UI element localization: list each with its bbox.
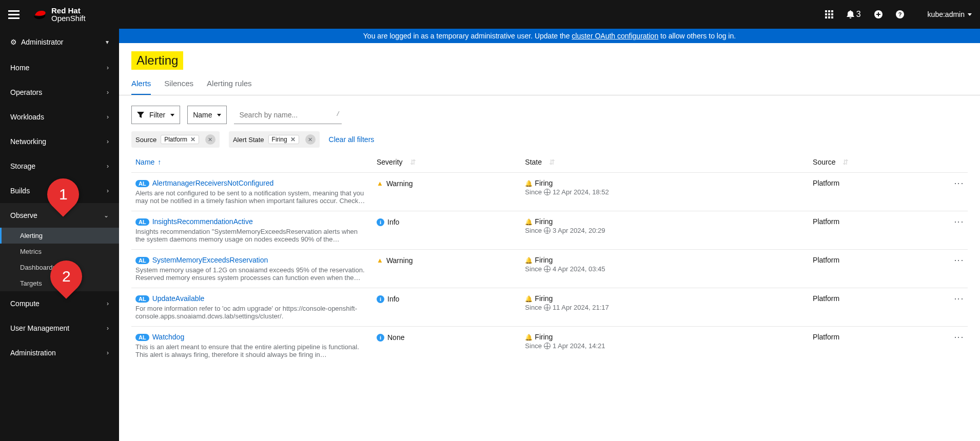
nav-item-user-management[interactable]: User Management› [0, 316, 119, 340]
alert-name-link[interactable]: AlertmanagerReceiversNotConfigured [152, 179, 274, 187]
table-row: ALInsightsRecommendationActiveInsights r… [131, 211, 968, 250]
alert-name-link[interactable]: Watchdog [152, 333, 185, 341]
caret-down-icon [217, 114, 221, 116]
chevron-down-icon: ▾ [106, 38, 109, 46]
since-timestamp: Since 12 Apr 2024, 18:52 [525, 188, 805, 196]
table-row: ALAlertmanagerReceiversNotConfiguredAler… [131, 173, 968, 211]
sidebar: ⚙Administrator ▾ Home›Operators›Workload… [0, 29, 119, 441]
page-title: Alerting [131, 51, 183, 70]
alert-name-link[interactable]: InsightsRecommendationActive [152, 217, 253, 226]
subnav-item-alerting[interactable]: Alerting [0, 228, 119, 244]
user-menu[interactable]: kube:admin [928, 10, 972, 18]
svg-rect-7 [828, 16, 830, 18]
gear-icon: ⚙ [10, 38, 17, 46]
source-cell: Platform [809, 211, 947, 250]
source-cell: Platform [809, 327, 947, 365]
help-icon[interactable]: ? [896, 10, 904, 18]
topbar: Red Hat OpenShift 3 ? kube:admin [0, 0, 980, 29]
alert-description: This is an alert meant to ensure that th… [135, 343, 366, 358]
clear-chip-group-button[interactable]: ✕ [305, 134, 316, 145]
globe-icon [544, 343, 551, 349]
oauth-config-link[interactable]: cluster OAuth configuration [572, 32, 658, 40]
svg-rect-6 [825, 16, 827, 18]
kebab-menu-button[interactable]: ⋮ [954, 256, 964, 266]
nav-item-workloads[interactable]: Workloads› [0, 105, 119, 129]
nav-item-administration[interactable]: Administration› [0, 340, 119, 365]
nav-item-home[interactable]: Home› [0, 55, 119, 80]
apps-icon[interactable] [825, 10, 833, 18]
tab-alerting-rules[interactable]: Alerting rules [207, 79, 252, 95]
bell-icon: 🔔 [525, 334, 533, 341]
username: kube:admin [928, 10, 965, 18]
chip-state-firing: Firing✕ [268, 135, 299, 144]
chevron-icon: › [107, 64, 109, 71]
svg-rect-4 [828, 13, 830, 15]
state-cell: 🔔Firing [525, 179, 805, 187]
info-icon: i [377, 218, 384, 226]
alert-badge: AL [135, 180, 149, 187]
alert-name-link[interactable]: SystemMemoryExceedsReservation [152, 256, 268, 264]
info-icon: i [377, 334, 384, 342]
table-row: ALSystemMemoryExceedsReservationSystem m… [131, 250, 968, 288]
sort-asc-icon: ↑ [158, 158, 161, 166]
search-input[interactable] [234, 106, 342, 124]
remove-chip-button[interactable]: ✕ [290, 136, 296, 143]
alert-badge: AL [135, 257, 149, 264]
svg-text:?: ? [898, 11, 901, 17]
since-timestamp: Since 11 Apr 2024, 21:17 [525, 304, 805, 311]
redhat-icon [33, 9, 47, 19]
nav-item-networking[interactable]: Networking› [0, 129, 119, 154]
alert-description: Insights recommendation "SystemMemoryExc… [135, 228, 366, 243]
subnav-item-metrics[interactable]: Metrics [0, 244, 119, 259]
sort-icon: ⇵ [549, 158, 555, 166]
add-icon[interactable] [874, 10, 883, 18]
kebab-menu-button[interactable]: ⋮ [954, 333, 964, 343]
brand-logo[interactable]: Red Hat OpenShift [33, 7, 86, 22]
sort-icon: ⇵ [410, 158, 416, 166]
svg-rect-1 [828, 10, 830, 12]
svg-rect-0 [825, 10, 827, 12]
perspective-switcher[interactable]: ⚙Administrator ▾ [0, 29, 119, 55]
hamburger-menu-button[interactable] [8, 8, 21, 21]
impersonation-banner: You are logged in as a temporary adminis… [119, 29, 980, 43]
bell-icon: 🔔 [525, 295, 533, 303]
notifications-icon[interactable]: 3 [847, 10, 861, 19]
chevron-icon: › [107, 89, 109, 96]
sort-icon: ⇵ [842, 158, 849, 166]
brand-product: OpenShift [51, 14, 86, 22]
source-cell: Platform [809, 288, 947, 327]
source-cell: Platform [809, 173, 947, 211]
kebab-menu-button[interactable]: ⋮ [954, 179, 964, 189]
since-timestamp: Since 1 Apr 2024, 14:21 [525, 342, 805, 350]
chip-source-platform: Platform✕ [161, 135, 199, 144]
column-header-state[interactable]: State⇵ [525, 158, 555, 166]
state-cell: 🔔Firing [525, 333, 805, 341]
column-header-source[interactable]: Source⇵ [813, 158, 849, 166]
remove-chip-button[interactable]: ✕ [190, 136, 195, 143]
nav-item-storage[interactable]: Storage› [0, 154, 119, 178]
filter-chips: Source Platform✕ ✕ Alert State Firing✕ ✕… [119, 131, 980, 153]
nav-item-operators[interactable]: Operators› [0, 80, 119, 105]
tab-alerts[interactable]: Alerts [131, 79, 151, 95]
caret-down-icon [170, 114, 174, 116]
toolbar: Filter Name / [119, 95, 980, 131]
filter-dropdown[interactable]: Filter [131, 106, 180, 124]
alert-name-link[interactable]: UpdateAvailable [152, 294, 205, 303]
column-header-severity[interactable]: Severity⇵ [377, 158, 416, 166]
clear-all-filters-link[interactable]: Clear all filters [329, 135, 375, 144]
nav-item-compute[interactable]: Compute› [0, 291, 119, 316]
kebab-menu-button[interactable]: ⋮ [954, 294, 964, 305]
svg-rect-8 [831, 16, 833, 18]
state-cell: 🔔Firing [525, 294, 805, 303]
since-timestamp: Since 3 Apr 2024, 20:29 [525, 227, 805, 234]
warning-icon: ▲ [377, 256, 383, 264]
column-header-name[interactable]: Name ↑ [135, 158, 161, 166]
globe-icon [544, 266, 551, 272]
alert-description: For more information refer to 'oc adm up… [135, 305, 366, 320]
tab-silences[interactable]: Silences [164, 79, 193, 95]
name-filter-dropdown[interactable]: Name [187, 106, 227, 124]
svg-rect-2 [831, 10, 833, 12]
kebab-menu-button[interactable]: ⋮ [954, 217, 964, 228]
clear-chip-group-button[interactable]: ✕ [205, 134, 215, 145]
bell-icon: 🔔 [525, 257, 533, 264]
